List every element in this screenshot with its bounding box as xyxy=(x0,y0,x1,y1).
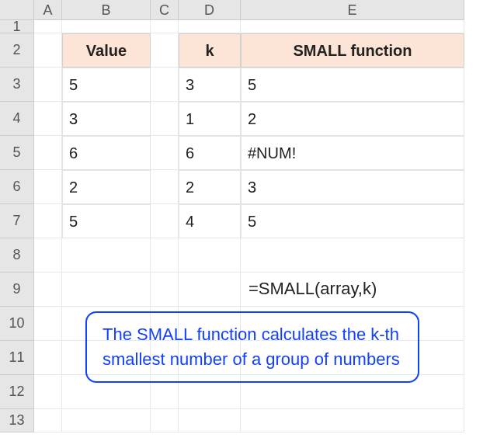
row-header-4[interactable]: 4 xyxy=(0,102,34,136)
row-header-8[interactable]: 8 xyxy=(0,238,34,273)
row-header-12[interactable]: 12 xyxy=(0,375,34,409)
result-cell-1[interactable]: 2 xyxy=(241,102,464,136)
column-header-e[interactable]: E xyxy=(241,0,464,20)
row-header-9[interactable]: 9 xyxy=(0,273,34,307)
column-header-d[interactable]: D xyxy=(179,0,241,20)
row-header-7[interactable]: 7 xyxy=(0,204,34,238)
result-cell-3[interactable]: 3 xyxy=(241,170,464,204)
k-cell-2[interactable]: 6 xyxy=(179,136,241,170)
k-cell-3[interactable]: 2 xyxy=(179,170,241,204)
row-header-1[interactable]: 1 xyxy=(0,20,34,33)
result-cell-2[interactable]: #NUM! xyxy=(241,136,464,170)
result-cell-0[interactable]: 5 xyxy=(241,68,464,102)
column-header-b[interactable]: B xyxy=(62,0,151,20)
header-small[interactable]: SMALL function xyxy=(241,33,464,68)
result-cell-4[interactable]: 5 xyxy=(241,204,464,238)
value-cell-1[interactable]: 3 xyxy=(62,102,151,136)
row-header-3[interactable]: 3 xyxy=(0,68,34,102)
description-callout: The SMALL function calculates the k-th s… xyxy=(85,311,419,383)
k-cell-4[interactable]: 4 xyxy=(179,204,241,238)
value-cell-0[interactable]: 5 xyxy=(62,68,151,102)
k-cell-0[interactable]: 3 xyxy=(179,68,241,102)
value-cell-3[interactable]: 2 xyxy=(62,170,151,204)
column-header-c[interactable]: C xyxy=(151,0,179,20)
row-header-13[interactable]: 13 xyxy=(0,409,34,432)
value-cell-4[interactable]: 5 xyxy=(62,204,151,238)
row-headers: 12345678910111213 xyxy=(0,20,34,432)
row-header-10[interactable]: 10 xyxy=(0,307,34,341)
header-k[interactable]: k xyxy=(179,33,241,68)
row-header-5[interactable]: 5 xyxy=(0,136,34,170)
row-header-11[interactable]: 11 xyxy=(0,341,34,375)
column-header-a[interactable]: A xyxy=(34,0,62,20)
value-cell-2[interactable]: 6 xyxy=(62,136,151,170)
select-all-corner[interactable] xyxy=(0,0,34,20)
formula-text: =SMALL(array,k) xyxy=(248,279,377,299)
column-headers: ABCDE xyxy=(34,0,464,20)
row-header-6[interactable]: 6 xyxy=(0,170,34,204)
header-value[interactable]: Value xyxy=(62,33,151,68)
k-cell-1[interactable]: 1 xyxy=(179,102,241,136)
row-header-2[interactable]: 2 xyxy=(0,33,34,68)
